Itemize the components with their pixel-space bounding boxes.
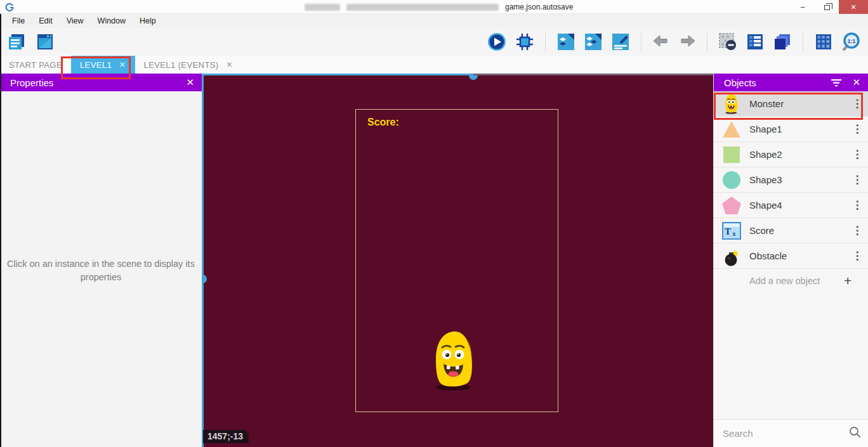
- restore-icon: [824, 5, 830, 10]
- properties-empty-message: Click on an instance in the scene to dis…: [6, 257, 196, 284]
- toolbar-separator: [803, 32, 803, 51]
- edit-scene-icon[interactable]: [611, 32, 630, 51]
- object-menu-dots-icon[interactable]: ⋮: [846, 198, 868, 212]
- add-new-object-label: Add a new object: [714, 276, 844, 286]
- object-label: Score: [749, 225, 846, 236]
- zoom-1-1-icon[interactable]: 1:1: [841, 32, 862, 52]
- svg-text:x: x: [733, 230, 736, 237]
- minimize-button[interactable]: –: [791, 0, 815, 14]
- object-row-shape4[interactable]: Shape4 ⋮: [714, 193, 868, 218]
- grid-icon[interactable]: [814, 32, 833, 51]
- window-title: game.json.autosave: [305, 0, 573, 14]
- objects-panel: Objects ✕: [713, 74, 868, 447]
- tab-label: START PAGE: [9, 60, 62, 70]
- object-label: Monster: [749, 98, 846, 109]
- menu-window[interactable]: Window: [91, 14, 133, 28]
- scene-canvas[interactable]: Score: 1457;-13: [202, 74, 713, 447]
- layers-stack-icon[interactable]: [773, 32, 792, 51]
- score-text-object[interactable]: Score:: [367, 117, 399, 128]
- objects-panel-title: Objects: [724, 77, 831, 88]
- tab-level1[interactable]: LEVEL1 ✕: [71, 56, 135, 74]
- gdevelop-logo-icon: [5, 3, 14, 11]
- object-label: Obstacle: [749, 250, 846, 261]
- objects-search-box[interactable]: [714, 419, 868, 447]
- object-row-score[interactable]: T x Score ⋮: [714, 218, 868, 243]
- window-title-text: game.json.autosave: [505, 3, 573, 11]
- cursor-coordinates: 1457;-13: [203, 430, 249, 443]
- layers-list-icon[interactable]: [746, 32, 765, 51]
- monster-icon: [714, 94, 749, 114]
- bomb-icon: [714, 246, 749, 266]
- undo-icon[interactable]: [652, 34, 670, 49]
- tab-level1-events[interactable]: LEVEL1 (EVENTS) ✕: [135, 56, 242, 74]
- scene-editor-icon[interactable]: [35, 32, 55, 52]
- objects-list: Monster ⋮ Shape1 ⋮ Shape2 ⋮: [714, 91, 868, 419]
- toolbar-separator: [545, 32, 546, 51]
- horizontal-scrollbar-track[interactable]: [473, 74, 713, 75]
- tab-close-icon[interactable]: ✕: [119, 60, 126, 69]
- tab-label: LEVEL1: [80, 60, 112, 70]
- object-row-obstacle[interactable]: Obstacle ⋮: [714, 243, 868, 269]
- add-new-object-button[interactable]: Add a new object +: [714, 269, 868, 292]
- object-row-shape3[interactable]: Shape3 ⋮: [714, 167, 868, 193]
- play-icon[interactable]: [487, 32, 507, 52]
- tab-label: LEVEL1 (EVENTS): [144, 60, 219, 70]
- monster-sprite[interactable]: [433, 330, 475, 394]
- project-manager-icon[interactable]: [6, 32, 27, 52]
- redo-icon[interactable]: [678, 34, 696, 49]
- object-menu-dots-icon[interactable]: ⋮: [846, 173, 868, 186]
- menu-file[interactable]: File: [5, 14, 32, 28]
- tab-start-page[interactable]: START PAGE: [0, 56, 71, 74]
- title-bar: game.json.autosave – ✕: [0, 0, 868, 14]
- toolbar-separator: [707, 32, 707, 51]
- text-object-icon: T x: [714, 222, 749, 240]
- toolbar-separator: [641, 32, 641, 51]
- square-icon: [714, 145, 749, 164]
- menu-help[interactable]: Help: [133, 14, 163, 28]
- object-menu-dots-icon[interactable]: ⋮: [846, 224, 868, 237]
- triangle-icon: [714, 120, 749, 139]
- mask-render-icon[interactable]: [718, 32, 737, 51]
- properties-panel-title: Properties: [10, 77, 180, 88]
- object-row-shape1[interactable]: Shape1 ⋮: [714, 117, 868, 142]
- object-menu-dots-icon[interactable]: ⋮: [846, 249, 868, 262]
- object-label: Shape3: [749, 174, 846, 185]
- properties-panel: Properties ✕ Click on an instance in the…: [0, 74, 202, 447]
- object-menu-dots-icon[interactable]: ⋮: [846, 122, 868, 136]
- toolbar: 1:1: [0, 28, 868, 56]
- close-icon[interactable]: ✕: [186, 77, 194, 88]
- restore-button[interactable]: [815, 0, 839, 14]
- redacted-text-block: [305, 4, 340, 11]
- add-object-icon[interactable]: [556, 32, 575, 51]
- redacted-text-block: [346, 4, 499, 11]
- object-label: Shape2: [749, 149, 846, 160]
- filter-icon[interactable]: [831, 78, 842, 87]
- object-label: Shape1: [749, 124, 846, 134]
- svg-text:1:1: 1:1: [848, 38, 856, 44]
- search-input[interactable]: [723, 428, 849, 439]
- object-row-monster[interactable]: Monster ⋮: [714, 91, 868, 117]
- window-left-border: [0, 14, 1, 447]
- object-menu-dots-icon[interactable]: ⋮: [846, 97, 868, 110]
- debug-icon[interactable]: [515, 32, 534, 51]
- menu-bar: File Edit View Window Help: [0, 14, 868, 28]
- object-row-shape2[interactable]: Shape2 ⋮: [714, 142, 868, 167]
- horizontal-scrollbar[interactable]: [202, 74, 473, 75]
- vertical-scroll-thumb[interactable]: [202, 275, 207, 283]
- vertical-scrollbar[interactable]: [202, 74, 204, 447]
- svg-text:T: T: [725, 226, 731, 236]
- menu-edit[interactable]: Edit: [32, 14, 60, 28]
- pentagon-icon: [714, 196, 749, 215]
- search-icon[interactable]: [849, 426, 861, 441]
- object-menu-dots-icon[interactable]: ⋮: [846, 148, 868, 161]
- tab-bar: START PAGE LEVEL1 ✕ LEVEL1 (EVENTS) ✕: [0, 56, 868, 74]
- circle-icon: [714, 171, 749, 190]
- close-icon[interactable]: ✕: [852, 77, 860, 88]
- instances-list-icon[interactable]: [584, 32, 603, 51]
- object-label: Shape4: [749, 200, 846, 211]
- tab-close-icon[interactable]: ✕: [227, 60, 233, 69]
- plus-icon: +: [844, 273, 868, 288]
- menu-view[interactable]: View: [60, 14, 91, 28]
- close-button[interactable]: ✕: [839, 0, 868, 14]
- horizontal-scroll-thumb[interactable]: [469, 75, 478, 80]
